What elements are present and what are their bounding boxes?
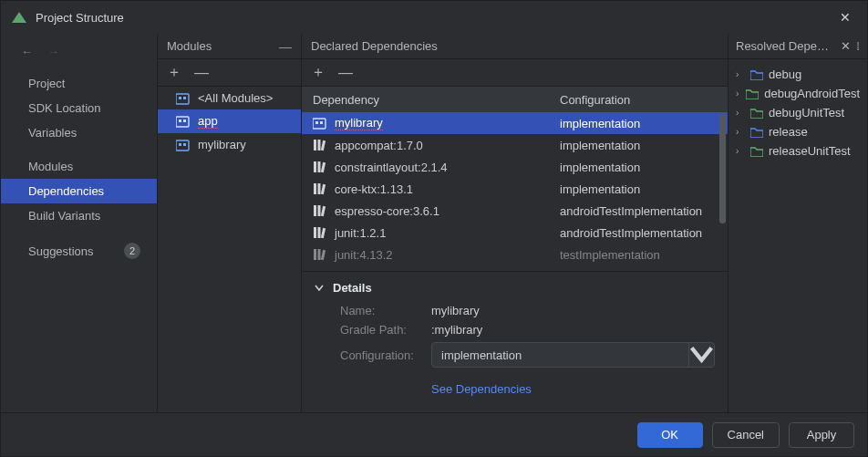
library-icon	[313, 248, 327, 261]
tree-node-release[interactable]: › release	[732, 122, 863, 141]
chevron-right-icon: ›	[736, 88, 740, 99]
library-icon	[313, 204, 327, 217]
nav-back-icon[interactable]: ←	[21, 45, 33, 58]
nav-project[interactable]: Project	[1, 71, 157, 96]
dependency-row[interactable]: espresso-core:3.6.1 androidTestImplement…	[302, 200, 728, 222]
nav-build-variants[interactable]: Build Variants	[1, 203, 157, 228]
nav-variables[interactable]: Variables	[1, 120, 157, 145]
folder-icon	[750, 69, 763, 80]
chevron-right-icon: ›	[736, 127, 745, 137]
panel-menu-icon[interactable]: ⁞	[856, 39, 860, 53]
android-studio-icon	[12, 12, 26, 23]
resolved-header: Resolved Depen…	[736, 39, 835, 53]
detail-config-label: Configuration:	[340, 348, 431, 362]
close-icon[interactable]: ✕	[834, 6, 856, 28]
chevron-down-icon[interactable]	[688, 343, 714, 367]
module-icon	[176, 92, 191, 105]
apply-button[interactable]: Apply	[789, 422, 854, 448]
dependency-list: mylibrary implementation appcompat:1.7.0…	[302, 112, 728, 271]
details-panel: Details Name: mylibrary Gradle Path: :my…	[302, 271, 728, 403]
folder-icon	[750, 127, 763, 138]
add-dependency-button[interactable]: ＋	[311, 63, 326, 82]
nav-suggestions[interactable]: Suggestions 2	[1, 237, 157, 265]
library-icon	[313, 182, 327, 195]
sidebar-nav: ← → Project SDK Location Variables Modul…	[1, 34, 158, 412]
declared-deps-header: Declared Dependencies	[311, 39, 438, 53]
tree-node-debugandroidtest[interactable]: › debugAndroidTest	[732, 84, 863, 103]
dependency-row[interactable]: core-ktx:1.13.1 implementation	[302, 178, 728, 200]
dependency-row[interactable]: junit:4.13.2 testImplementation	[302, 244, 728, 265]
nav-dependencies[interactable]: Dependencies	[1, 179, 157, 203]
remove-module-button[interactable]: —	[194, 65, 209, 81]
cancel-button[interactable]: Cancel	[712, 422, 780, 448]
chevron-right-icon: ›	[736, 69, 745, 79]
tree-node-debug[interactable]: › debug	[732, 65, 863, 84]
nav-modules[interactable]: Modules	[1, 154, 157, 179]
nav-sdk-location[interactable]: SDK Location	[1, 96, 157, 120]
modules-column: Modules — ＋ — <All Modules> app	[158, 34, 302, 412]
module-icon	[313, 117, 327, 130]
dependency-row[interactable]: constraintlayout:2.1.4 implementation	[302, 156, 728, 178]
tree-node-debugunittest[interactable]: › debugUnitTest	[732, 103, 863, 122]
chevron-right-icon: ›	[736, 108, 745, 118]
dependency-row[interactable]: junit:1.2.1 androidTestImplementation	[302, 222, 728, 244]
col-configuration[interactable]: Configuration	[554, 93, 728, 107]
suggestions-badge: 2	[124, 243, 140, 259]
ok-button[interactable]: OK	[637, 422, 703, 448]
folder-icon	[750, 146, 763, 157]
remove-dependency-button[interactable]: —	[338, 65, 353, 81]
nav-forward-icon: →	[47, 45, 59, 58]
library-icon	[313, 161, 327, 173]
add-module-button[interactable]: ＋	[167, 63, 181, 82]
details-title: Details	[333, 281, 372, 295]
chevron-down-icon[interactable]	[315, 284, 324, 293]
see-dependencies-link[interactable]: See Dependencies	[431, 382, 532, 396]
resolved-tree: › debug › debugAndroidTest › debugUnitTe…	[728, 59, 867, 166]
dependencies-column: Declared Dependencies ＋ — Dependency Con…	[302, 34, 728, 412]
module-item-mylibrary[interactable]: mylibrary	[158, 133, 301, 156]
library-icon	[313, 139, 327, 151]
library-icon	[313, 226, 327, 239]
detail-path-label: Gradle Path:	[340, 323, 431, 337]
dependency-row[interactable]: appcompat:1.7.0 implementation	[302, 134, 728, 156]
minimize-icon[interactable]: —	[279, 39, 292, 54]
configuration-combo[interactable]: implementation	[431, 342, 715, 368]
module-item-app[interactable]: app	[158, 109, 301, 133]
resolved-column: Resolved Depen… ✕ ⁞ › debug › debugAndro…	[728, 34, 867, 412]
tree-node-releaseunittest[interactable]: › releaseUnitTest	[732, 141, 863, 161]
module-item-all[interactable]: <All Modules>	[158, 87, 301, 109]
folder-icon	[750, 108, 763, 119]
window-title: Project Structure	[36, 11, 834, 25]
detail-name-value: mylibrary	[431, 304, 480, 317]
dependency-scrollbar[interactable]	[719, 114, 726, 265]
col-dependency[interactable]: Dependency	[302, 93, 554, 107]
module-icon	[176, 115, 191, 128]
modules-header: Modules	[167, 39, 212, 53]
chevron-right-icon: ›	[736, 146, 745, 156]
dependency-row[interactable]: mylibrary implementation	[302, 112, 728, 134]
folder-icon	[746, 88, 759, 99]
module-icon	[176, 139, 191, 151]
detail-name-label: Name:	[340, 304, 431, 317]
close-panel-icon[interactable]: ✕	[841, 39, 851, 53]
detail-path-value: :mylibrary	[431, 323, 482, 337]
